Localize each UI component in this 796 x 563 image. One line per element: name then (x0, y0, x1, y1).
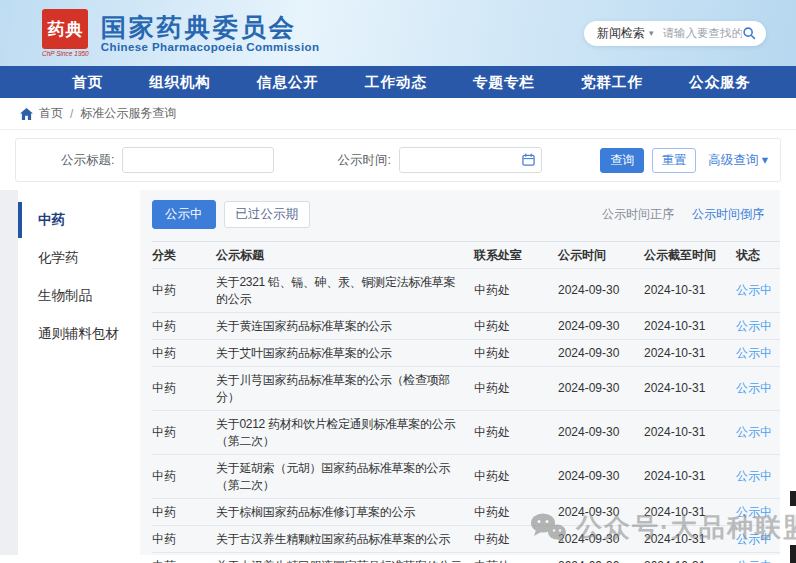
cell-status-link[interactable]: 公示中 (736, 464, 780, 490)
cell-title-link[interactable]: 关于古汉养生精口服液国家药品标准草案的公示 (216, 553, 474, 563)
filter-actions: 查询 重置 高级查询 ▾ (600, 148, 768, 173)
reset-button[interactable]: 重置 (652, 148, 696, 173)
filter-section: 公示标题: 公示时间: 查询 重置 高级查询 ▾ (0, 130, 796, 182)
nav-item[interactable]: 首页 (72, 73, 103, 92)
cell-title-link[interactable]: 关于艾叶国家药品标准草案的公示 (216, 340, 474, 366)
col-header-status: 状态 (736, 242, 780, 268)
sidebar-item[interactable]: 化学药 (18, 240, 140, 276)
nav-item[interactable]: 公众服务 (689, 73, 751, 92)
cell-title-link[interactable]: 关于棕榈国家药品标准修订草案的公示 (216, 499, 474, 525)
cell-office: 中药处 (474, 376, 558, 402)
breadcrumb: 首页 / 标准公示服务查询 (0, 98, 796, 130)
table-header-row: 分类 公示标题 联系处室 公示时间 公示截至时间 状态 (152, 241, 780, 269)
cell-publish-date: 2024-09-30 (558, 278, 644, 304)
cell-title-link[interactable]: 关于2321 铅、镉、砷、汞、铜测定法标准草案的公示 (216, 269, 474, 312)
chevron-down-icon: ▾ (649, 28, 654, 38)
cell-title-link[interactable]: 关于黄连国家药品标准草案的公示 (216, 313, 474, 339)
search-input[interactable] (663, 27, 742, 39)
category-sidebar: 中药 化学药 生物制品 通则辅料包材 (18, 190, 140, 555)
table-row: 中药 关于古汉养生精口服液国家药品标准草案的公示 中药处 2024-09-30 … (152, 553, 780, 563)
cell-office: 中药处 (474, 313, 558, 339)
table-row: 中药 关于川芎国家药品标准草案的公示（检查项部分） 中药处 2024-09-30… (152, 367, 780, 411)
main-nav: 首页 组织机构 信息公开 工作动态 专题专栏 党群工作 公众服务 (0, 66, 796, 98)
cell-status-link[interactable]: 公示中 (736, 376, 780, 402)
breadcrumb-current: 标准公示服务查询 (80, 105, 176, 122)
cell-publish-date: 2024-09-30 (558, 376, 644, 402)
cell-title-link[interactable]: 关于古汉养生精颗粒国家药品标准草案的公示 (216, 526, 474, 552)
sort-links: 公示时间正序 公示时间倒序 (602, 206, 764, 223)
tab-expired[interactable]: 已过公示期 (224, 201, 311, 228)
results-panel: 公示中 已过公示期 公示时间正序 公示时间倒序 分类 公示标题 联系处室 公示时… (140, 190, 780, 555)
sidebar-item[interactable]: 通则辅料包材 (18, 316, 140, 352)
nav-item[interactable]: 信息公开 (257, 73, 319, 92)
cell-publish-date: 2024-09-30 (558, 313, 644, 339)
cell-title-link[interactable]: 关于0212 药材和饮片检定通则标准草案的公示（第二次） (216, 411, 474, 454)
logo-seal-icon: 药典 (42, 9, 88, 49)
cell-office: 中药处 (474, 278, 558, 304)
cell-deadline-date: 2024-10-31 (644, 340, 736, 366)
nav-item[interactable]: 党群工作 (581, 73, 643, 92)
time-filter-input[interactable] (399, 147, 542, 173)
main-area: 中药 化学药 生物制品 通则辅料包材 公示中 已过公示期 公示时间正序 公示时间… (0, 190, 796, 555)
table-row: 中药 关于黄连国家药品标准草案的公示 中药处 2024-09-30 2024-1… (152, 313, 780, 340)
table-row: 中药 关于2321 铅、镉、砷、汞、铜测定法标准草案的公示 中药处 2024-0… (152, 269, 780, 313)
cell-category: 中药 (152, 376, 216, 402)
left-gutter (0, 190, 18, 555)
cell-category: 中药 (152, 553, 216, 563)
search-icon[interactable] (742, 26, 756, 40)
cell-office: 中药处 (474, 340, 558, 366)
cell-category: 中药 (152, 464, 216, 490)
cell-status-link[interactable]: 公示中 (736, 340, 780, 366)
nav-item[interactable]: 工作动态 (365, 73, 427, 92)
cell-publish-date: 2024-09-30 (558, 499, 644, 525)
cell-deadline-date: 2024-10-31 (644, 420, 736, 446)
cell-category: 中药 (152, 420, 216, 446)
site-logo: 药典 ChP Since 1950 (42, 9, 89, 57)
header-search[interactable]: 新闻检索 ▾ (584, 21, 766, 46)
col-header-publish: 公示时间 (558, 242, 644, 268)
nav-item[interactable]: 专题专栏 (473, 73, 535, 92)
advanced-query-link[interactable]: 高级查询 ▾ (708, 152, 768, 169)
sidebar-item[interactable]: 生物制品 (18, 278, 140, 314)
calendar-icon[interactable] (522, 153, 535, 166)
cell-status-link[interactable]: 公示中 (736, 420, 780, 446)
title-filter-label: 公示标题: (61, 152, 114, 169)
cell-deadline-date: 2024-10-31 (644, 313, 736, 339)
sort-time-desc[interactable]: 公示时间倒序 (692, 206, 764, 223)
status-tabs: 公示中 已过公示期 公示时间正序 公示时间倒序 (152, 200, 780, 229)
home-icon[interactable] (20, 108, 33, 120)
table-row: 中药 关于艾叶国家药品标准草案的公示 中药处 2024-09-30 2024-1… (152, 340, 780, 367)
nav-item[interactable]: 组织机构 (149, 73, 211, 92)
col-header-office: 联系处室 (474, 242, 558, 268)
cell-title-link[interactable]: 关于川芎国家药品标准草案的公示（检查项部分） (216, 367, 474, 410)
sidebar-item[interactable]: 中药 (18, 202, 140, 238)
cell-status-link[interactable]: 公示中 (736, 313, 780, 339)
cell-office: 中药处 (474, 420, 558, 446)
breadcrumb-home[interactable]: 首页 (39, 105, 63, 122)
sort-time-asc[interactable]: 公示时间正序 (602, 206, 674, 223)
cell-office: 中药处 (474, 464, 558, 490)
scrollbar-thumb[interactable] (790, 491, 796, 506)
cell-status-link[interactable]: 公示中 (736, 553, 780, 563)
cell-office: 中药处 (474, 526, 558, 552)
cell-title-link[interactable]: 关于延胡索（元胡）国家药品标准草案的公示（第二次） (216, 455, 474, 498)
cell-status-link[interactable]: 公示中 (736, 278, 780, 304)
cell-status-link[interactable]: 公示中 (736, 526, 780, 552)
title-filter-input[interactable] (122, 147, 274, 173)
col-header-title: 公示标题 (216, 242, 474, 268)
search-category-select[interactable]: 新闻检索 (597, 25, 645, 42)
cell-status-link[interactable]: 公示中 (736, 499, 780, 525)
cell-publish-date: 2024-09-30 (558, 526, 644, 552)
site-title: 国家药典委员会 (101, 13, 320, 42)
breadcrumb-separator: / (70, 107, 73, 121)
cell-category: 中药 (152, 499, 216, 525)
tab-in-publicity[interactable]: 公示中 (152, 200, 216, 229)
brand-block: 国家药典委员会 Chinese Pharmacopoeia Commission (101, 13, 320, 54)
cell-deadline-date: 2024-10-31 (644, 464, 736, 490)
cell-category: 中药 (152, 313, 216, 339)
query-button[interactable]: 查询 (600, 148, 644, 173)
site-subtitle: Chinese Pharmacopoeia Commission (101, 41, 320, 53)
scrollbar-thumb[interactable] (790, 545, 796, 563)
cell-deadline-date: 2024-10-31 (644, 526, 736, 552)
time-filter-label: 公示时间: (337, 152, 390, 169)
